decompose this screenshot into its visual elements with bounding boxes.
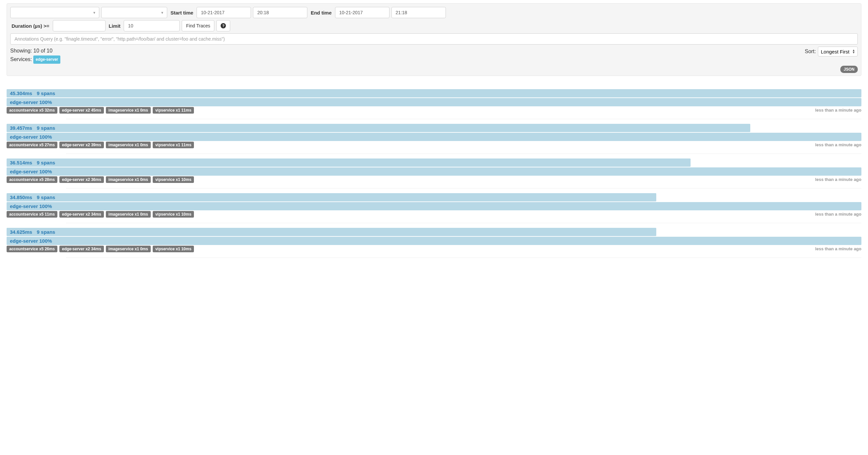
divider <box>66 153 861 154</box>
sort-select[interactable]: Longest First <box>818 47 858 56</box>
trace-duration-text: 39.457ms9 spans <box>7 124 55 132</box>
service-tag[interactable]: imageservice x1 0ms <box>106 107 151 114</box>
start-time-input[interactable] <box>253 7 307 18</box>
duration-input[interactable] <box>53 20 105 31</box>
service-tag[interactable]: accountservice x5 28ms <box>7 176 57 183</box>
trace-duration-bar[interactable]: 34.625ms9 spans <box>7 228 861 236</box>
end-date-input[interactable] <box>335 7 390 18</box>
trace-duration-bar[interactable]: 45.304ms9 spans <box>7 89 861 97</box>
trace-service-bar[interactable]: edge-server 100% <box>7 202 861 210</box>
trace-service-line: edge-server 100% <box>10 169 52 174</box>
start-time-label: Start time <box>169 10 194 16</box>
trace-tags: accountservice x5 32msedge-server x2 45m… <box>7 107 194 114</box>
trace-tags-row: accountservice x5 28msedge-server x2 36m… <box>7 176 861 183</box>
json-button[interactable]: JSON <box>840 66 858 73</box>
trace-duration-bar[interactable]: 39.457ms9 spans <box>7 124 861 132</box>
trace-service-line: edge-server 100% <box>10 99 52 105</box>
start-date-input[interactable] <box>196 7 251 18</box>
trace-service-bar[interactable]: edge-server 100% <box>7 133 861 141</box>
service-chip[interactable]: edge-server <box>33 55 60 64</box>
end-time-input[interactable] <box>392 7 446 18</box>
trace-duration-value: 45.304ms <box>10 90 32 96</box>
service-tag[interactable]: vipservice x1 10ms <box>153 176 194 183</box>
help-button[interactable]: ? <box>216 20 230 31</box>
service-tag[interactable]: vipservice x1 10ms <box>153 211 194 218</box>
trace-timestamp: less than a minute ago <box>815 108 861 113</box>
service-tag[interactable]: imageservice x1 0ms <box>106 211 151 218</box>
service-tag[interactable]: edge-server x2 45ms <box>59 107 104 114</box>
meta-left: Showing: 10 of 10 Services: edge-server <box>10 47 60 64</box>
limit-input[interactable] <box>124 20 180 31</box>
trace-duration-bar[interactable]: 34.850ms9 spans <box>7 193 861 201</box>
trace-span-count: 9 spans <box>37 125 55 131</box>
trace-row[interactable]: 39.457ms9 spansedge-server 100%accountse… <box>7 124 861 148</box>
service-tag[interactable]: edge-server x2 39ms <box>59 142 104 148</box>
trace-service-text: edge-server 100% <box>7 237 52 245</box>
trace-duration-text: 45.304ms9 spans <box>7 89 55 97</box>
trace-timestamp: less than a minute ago <box>815 177 861 182</box>
service-tag[interactable]: accountservice x5 32ms <box>7 107 57 114</box>
service-tag[interactable]: vipservice x1 10ms <box>153 246 194 252</box>
trace-span-count: 9 spans <box>37 90 55 96</box>
trace-row[interactable]: 45.304ms9 spansedge-server 100%accountse… <box>7 89 861 114</box>
service-tag[interactable]: edge-server x2 34ms <box>59 211 104 218</box>
trace-duration-bar-fill <box>7 159 690 167</box>
trace-duration-bar-fill <box>7 228 656 236</box>
service-tag[interactable]: imageservice x1 0ms <box>106 246 151 252</box>
divider <box>66 223 861 223</box>
trace-span-count: 9 spans <box>37 160 55 165</box>
trace-tags: accountservice x5 11msedge-server x2 34m… <box>7 211 194 218</box>
search-panel: edge-server ▼ all ▼ Start time End time … <box>7 3 861 76</box>
trace-service-bar[interactable]: edge-server 100% <box>7 237 861 245</box>
trace-duration-bar-fill <box>7 89 861 97</box>
trace-duration-bar[interactable]: 36.514ms9 spans <box>7 159 861 167</box>
trace-service-text: edge-server 100% <box>7 133 52 141</box>
span-select[interactable]: all ▼ <box>101 7 167 18</box>
trace-service-bar-fill <box>7 98 861 106</box>
trace-row[interactable]: 36.514ms9 spansedge-server 100%accountse… <box>7 159 861 183</box>
service-tag[interactable]: accountservice x5 27ms <box>7 142 57 148</box>
trace-tags-row: accountservice x5 32msedge-server x2 45m… <box>7 107 861 114</box>
trace-service-bar-fill <box>7 237 861 245</box>
divider <box>66 119 861 119</box>
services-line: Services: edge-server <box>10 55 60 64</box>
json-row: JSON <box>10 66 858 73</box>
span-select-value[interactable]: all <box>101 7 167 18</box>
trace-tags-row: accountservice x5 26msedge-server x2 34m… <box>7 246 861 252</box>
service-tag[interactable]: imageservice x1 0ms <box>106 176 151 183</box>
meta-row: Showing: 10 of 10 Services: edge-server … <box>10 47 858 64</box>
trace-service-bar-fill <box>7 133 861 141</box>
trace-tags-row: accountservice x5 27msedge-server x2 39m… <box>7 142 861 148</box>
trace-row[interactable]: 34.850ms9 spansedge-server 100%accountse… <box>7 193 861 218</box>
trace-row[interactable]: 34.625ms9 spansedge-server 100%accountse… <box>7 228 861 252</box>
trace-duration-value: 34.625ms <box>10 229 32 235</box>
trace-span-count: 9 spans <box>37 229 55 235</box>
trace-timestamp: less than a minute ago <box>815 142 861 147</box>
trace-duration-text: 36.514ms9 spans <box>7 159 55 167</box>
service-tag[interactable]: accountservice x5 11ms <box>7 211 57 218</box>
trace-duration-text: 34.850ms9 spans <box>7 193 55 201</box>
service-tag[interactable]: accountservice x5 26ms <box>7 246 57 252</box>
trace-service-line: edge-server 100% <box>10 134 52 140</box>
service-tag[interactable]: imageservice x1 0ms <box>106 142 151 148</box>
trace-timestamp: less than a minute ago <box>815 246 861 251</box>
trace-duration-bar-fill <box>7 193 656 201</box>
trace-duration-value: 39.457ms <box>10 125 32 131</box>
trace-service-bar[interactable]: edge-server 100% <box>7 167 861 176</box>
divider <box>66 258 861 258</box>
annotations-input[interactable] <box>10 33 858 45</box>
trace-service-text: edge-server 100% <box>7 202 52 210</box>
trace-service-bar[interactable]: edge-server 100% <box>7 98 861 106</box>
service-tag[interactable]: vipservice x1 11ms <box>153 107 194 114</box>
service-select-value[interactable]: edge-server <box>10 7 99 18</box>
service-tag[interactable]: edge-server x2 34ms <box>59 246 104 252</box>
sort-label: Sort: <box>805 49 816 55</box>
find-traces-button[interactable]: Find Traces <box>182 20 214 31</box>
trace-service-text: edge-server 100% <box>7 98 52 106</box>
service-select[interactable]: edge-server ▼ <box>10 7 99 18</box>
service-tag[interactable]: vipservice x1 11ms <box>153 142 194 148</box>
meta-right: Sort: Longest First ▲▼ <box>805 47 858 56</box>
trace-service-bar-fill <box>7 167 861 176</box>
search-row-3 <box>10 33 858 45</box>
service-tag[interactable]: edge-server x2 36ms <box>59 176 104 183</box>
